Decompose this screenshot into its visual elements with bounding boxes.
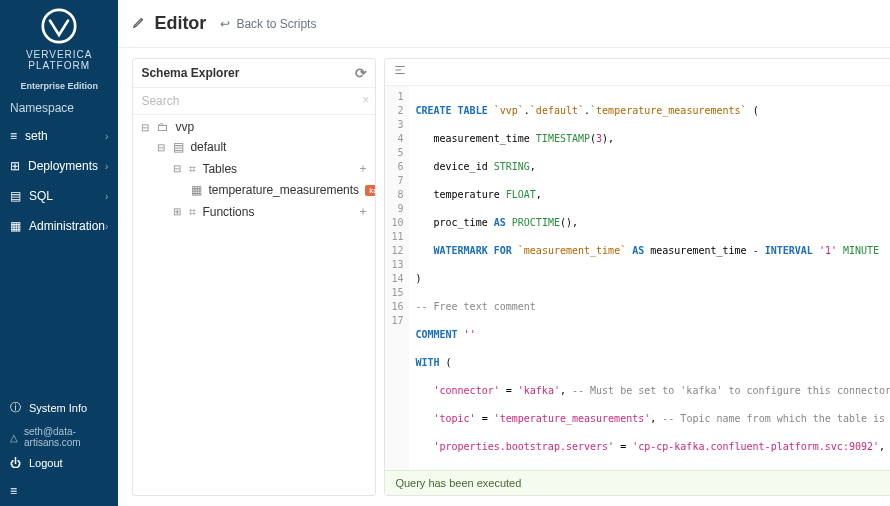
badge-kafka: kafka [365,185,375,196]
clear-search-button[interactable]: × [362,93,369,107]
back-label: Back to Scripts [236,17,316,31]
pencil-icon [132,15,146,33]
page-title: Editor [154,13,206,34]
nav-label: Deployments [28,159,98,173]
table-name: temperature_measurements [208,183,359,197]
collapse-icon[interactable]: ⊟ [171,163,183,174]
add-table-button[interactable]: ＋ [357,160,369,177]
database-label: default [190,140,226,154]
sidebar: VERVERICA PLATFORM Enterprise Edition Na… [0,0,118,506]
format-button[interactable] [393,63,407,81]
collapse-icon: ≡ [10,484,17,498]
logout-label: Logout [29,457,63,469]
tree-node-table-item[interactable]: ▦ temperature_measurements kafka avro-co… [133,180,375,200]
main: Editor ↩ Back to Scripts Save as Script … [118,0,890,506]
status-bar: Query has been executed × [385,470,890,495]
power-icon: ⏻ [10,457,21,469]
nav-administration[interactable]: ▦Administration › [0,211,118,241]
list-icon: ≡ [10,129,17,143]
editor-panel: Validate Run 1234567891011121314151617 C… [384,58,890,496]
folder-icon: 🗀 [157,120,169,134]
tree-node-database[interactable]: ⊟ ▤ default [133,137,375,157]
schema-explorer-title: Schema Explorer [141,66,239,80]
user-email: seth@data-artisans.com [24,426,108,448]
content: Schema Explorer ⟳ × ⊟ 🗀 vvp ⊟ ▤ default [118,48,890,506]
nav-label: SQL [29,189,53,203]
page-header: Editor ↩ Back to Scripts Save as Script [118,0,890,48]
back-icon: ↩ [220,17,230,31]
nav-deployments[interactable]: ⊞Deployments › [0,151,118,181]
chevron-right-icon: › [105,131,108,142]
back-to-scripts-link[interactable]: ↩ Back to Scripts [220,17,316,31]
editor-toolbar: Validate Run [385,59,890,86]
chevron-right-icon: › [105,221,108,232]
admin-icon: ▦ [10,219,21,233]
sql-icon: ▤ [10,189,21,203]
tree-node-tables[interactable]: ⊟ ⌗ Tables ＋ [133,157,375,180]
functions-icon: ⌗ [189,205,196,219]
sidebar-nav: ≡seth › ⊞Deployments › ▤SQL › ▦Administr… [0,121,118,241]
collapse-icon[interactable]: ⊟ [139,122,151,133]
catalog-label: vvp [175,120,194,134]
user-icon: △ [10,432,18,443]
logo-area: VERVERICA PLATFORM [0,0,118,75]
add-function-button[interactable]: ＋ [357,203,369,220]
deployments-icon: ⊞ [10,159,20,173]
code-body[interactable]: CREATE TABLE `vvp`.`default`.`temperatur… [409,86,890,470]
expand-icon[interactable]: ⊞ [171,206,183,217]
database-icon: ▤ [173,140,184,154]
sidebar-collapse[interactable]: ≡ [0,476,118,506]
chevron-right-icon: › [105,161,108,172]
system-info-link[interactable]: ⓘSystem Info [0,393,118,422]
info-icon: ⓘ [10,400,21,415]
refresh-button[interactable]: ⟳ [355,65,367,81]
tables-icon: ⌗ [189,162,196,176]
status-message: Query has been executed [395,477,521,489]
nav-sql[interactable]: ▤SQL › [0,181,118,211]
nav-namespace-seth[interactable]: ≡seth › [0,121,118,151]
tree-node-catalog[interactable]: ⊟ 🗀 vvp [133,117,375,137]
code-editor[interactable]: 1234567891011121314151617 CREATE TABLE `… [385,86,890,470]
nav-label: Administration [29,219,105,233]
edition-label: Enterprise Edition [0,81,118,91]
user-indicator: △ seth@data-artisans.com [0,422,118,450]
platform-name: VERVERICA PLATFORM [0,49,118,71]
namespace-heading: Namespace [0,91,118,119]
functions-label: Functions [202,205,254,219]
sidebar-bottom: ⓘSystem Info △ seth@data-artisans.com ⏻L… [0,393,118,506]
schema-search-input[interactable] [133,88,375,114]
table-icon: ▦ [191,183,202,197]
schema-explorer-panel: Schema Explorer ⟳ × ⊟ 🗀 vvp ⊟ ▤ default [132,58,376,496]
schema-tree: ⊟ 🗀 vvp ⊟ ▤ default ⊟ ⌗ Tables ＋ ▦ [133,115,375,495]
tree-node-functions[interactable]: ⊞ ⌗ Functions ＋ [133,200,375,223]
platform-logo-icon [41,8,77,44]
system-info-label: System Info [29,402,87,414]
logout-link[interactable]: ⏻Logout [0,450,118,476]
line-gutter: 1234567891011121314151617 [385,86,409,470]
collapse-icon[interactable]: ⊟ [155,142,167,153]
tables-label: Tables [202,162,237,176]
nav-label: seth [25,129,48,143]
chevron-right-icon: › [105,191,108,202]
